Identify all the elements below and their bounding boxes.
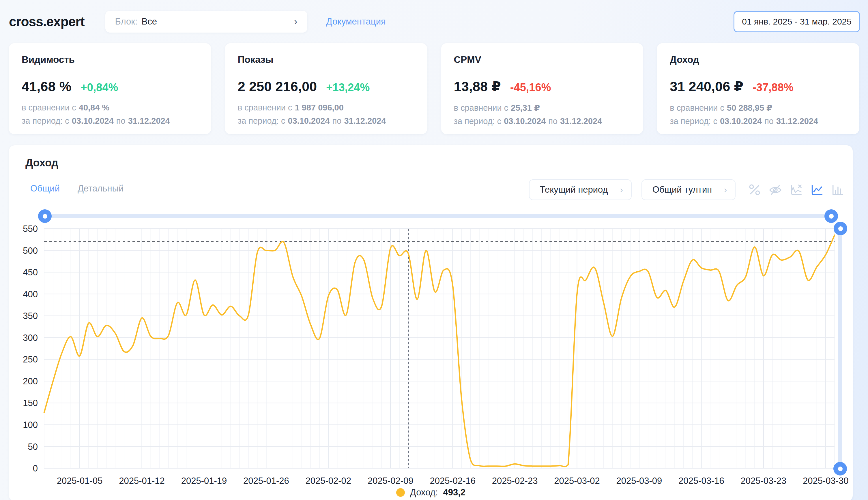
kpi-cards-row: Видимость 41,68 % +0,84% в сравнении с40… xyxy=(0,43,868,134)
svg-text:100: 100 xyxy=(23,420,38,430)
income-chart-panel: Доход Общий Детальный Текущий период › О… xyxy=(9,145,853,500)
chevron-right-icon: › xyxy=(294,16,298,27)
legend-series-value: 493,2 xyxy=(443,487,466,498)
svg-text:150: 150 xyxy=(23,398,38,408)
kpi-period-line: за период: с03.10.2024по31.12.2024 xyxy=(22,116,198,126)
x-range-slider-handle-right[interactable] xyxy=(824,209,838,223)
legend-series-label: Доход: xyxy=(410,487,438,498)
block-select-label: Блок: xyxy=(115,16,138,27)
legend-series-dot xyxy=(396,488,405,497)
kpi-delta-badge: +13,24% xyxy=(326,81,370,94)
svg-text:250: 250 xyxy=(23,354,38,364)
svg-text:50: 50 xyxy=(28,442,38,452)
documentation-link[interactable]: Документация xyxy=(326,16,386,27)
kpi-card-cpmv: CPMV 13,88 ₽ -45,16% в сравнении с25,31 … xyxy=(441,43,643,134)
income-line-chart[interactable]: 0501001502002503003504004505005502025-01… xyxy=(9,145,853,500)
svg-text:2025-02-16: 2025-02-16 xyxy=(430,476,476,486)
kpi-delta-badge: +0,84% xyxy=(80,81,118,94)
kpi-compare-line: в сравнении с25,31 ₽ xyxy=(454,103,631,113)
chart-legend: Доход: 493,2 xyxy=(9,487,853,498)
kpi-compare-line: в сравнении с40,84 % xyxy=(22,103,198,112)
top-header: cross.expert Блок: Все › Документация 01… xyxy=(0,0,868,43)
svg-text:2025-03-30: 2025-03-30 xyxy=(803,476,849,486)
kpi-compare-line: в сравнении с50 288,95 ₽ xyxy=(670,103,846,113)
block-select-value: Все xyxy=(141,16,157,27)
kpi-value: 41,68 % xyxy=(22,78,71,94)
svg-text:2025-01-05: 2025-01-05 xyxy=(57,476,103,486)
kpi-title: Видимость xyxy=(22,54,198,65)
svg-text:450: 450 xyxy=(23,267,38,277)
svg-text:350: 350 xyxy=(23,311,38,321)
svg-text:200: 200 xyxy=(23,376,38,386)
svg-text:0: 0 xyxy=(33,463,38,474)
app-logo: cross.expert xyxy=(9,14,85,30)
svg-text:2025-03-23: 2025-03-23 xyxy=(741,476,787,486)
kpi-card-income: Доход 31 240,06 ₽ -37,88% в сравнении с5… xyxy=(657,43,859,134)
kpi-title: CPMV xyxy=(454,54,631,65)
kpi-period-line: за период: с03.10.2024по31.12.2024 xyxy=(670,116,846,126)
kpi-period-line: за период: с03.10.2024по31.12.2024 xyxy=(454,116,631,126)
kpi-card-visibility: Видимость 41,68 % +0,84% в сравнении с40… xyxy=(9,43,211,134)
kpi-value: 31 240,06 ₽ xyxy=(670,78,743,94)
kpi-title: Показы xyxy=(238,54,414,65)
kpi-delta-badge: -37,88% xyxy=(753,81,793,94)
kpi-value: 13,88 ₽ xyxy=(454,78,501,94)
x-range-slider-handle-left[interactable] xyxy=(38,209,52,223)
svg-text:2025-03-16: 2025-03-16 xyxy=(678,476,724,486)
svg-text:2025-03-02: 2025-03-02 xyxy=(554,476,600,486)
kpi-value: 2 250 216,00 xyxy=(238,78,317,94)
svg-text:400: 400 xyxy=(23,289,38,299)
kpi-title: Доход xyxy=(670,54,846,65)
y-range-slider-handle-top[interactable] xyxy=(834,222,847,235)
svg-text:550: 550 xyxy=(23,224,38,234)
svg-text:2025-01-12: 2025-01-12 xyxy=(119,476,165,486)
svg-text:2025-01-19: 2025-01-19 xyxy=(181,476,227,486)
date-range-picker[interactable]: 01 янв. 2025 - 31 мар. 2025 xyxy=(734,11,860,32)
y-range-slider-handle-bottom[interactable] xyxy=(833,462,847,476)
svg-text:500: 500 xyxy=(23,246,38,256)
svg-text:2025-03-09: 2025-03-09 xyxy=(616,476,662,486)
kpi-compare-line: в сравнении с1 987 096,00 xyxy=(238,103,414,112)
svg-text:300: 300 xyxy=(23,333,38,343)
svg-text:2025-02-23: 2025-02-23 xyxy=(492,476,538,486)
kpi-period-line: за период: с03.10.2024по31.12.2024 xyxy=(238,116,414,126)
svg-text:2025-01-26: 2025-01-26 xyxy=(243,476,289,486)
block-select[interactable]: Блок: Все › xyxy=(105,11,307,33)
kpi-delta-badge: -45,16% xyxy=(510,81,551,94)
kpi-card-impressions: Показы 2 250 216,00 +13,24% в сравнении … xyxy=(225,43,427,134)
svg-text:2025-02-02: 2025-02-02 xyxy=(305,476,352,486)
svg-text:2025-02-09: 2025-02-09 xyxy=(368,476,413,486)
